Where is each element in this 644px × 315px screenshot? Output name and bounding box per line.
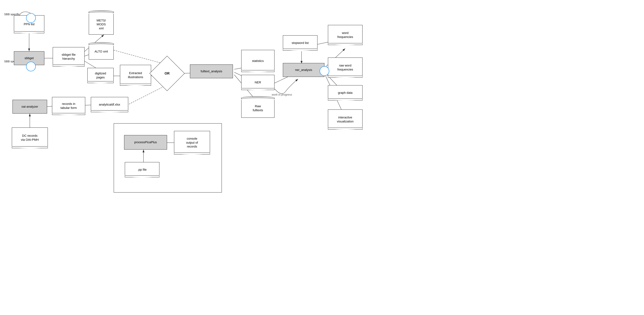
blue-circle-ppn bbox=[26, 13, 36, 23]
alto-xml-cylinder: ALTO xml bbox=[89, 41, 114, 59]
records-tabular-doc: records in tabular form bbox=[52, 97, 85, 115]
extracted-illustrations: Extracted illustrations bbox=[120, 65, 151, 86]
ner-doc: NER bbox=[241, 75, 274, 90]
console-output-doc: console output of records bbox=[174, 131, 210, 154]
fulltext-analysis-box: fulltext_analysis bbox=[190, 64, 233, 78]
raw-fulltexts-cylinder: Raw fulltexts bbox=[241, 96, 274, 118]
graph-data-doc: graph data bbox=[328, 85, 362, 100]
statistics-doc: statistics bbox=[241, 50, 274, 72]
diagram-container: SBB specific SBB specific PPN list sbbge… bbox=[0, 0, 644, 315]
mets-mods-cylinder: METS/ MODS xml bbox=[89, 10, 114, 35]
work-in-progress-label: work in progress bbox=[272, 93, 292, 96]
pp-file-doc: .pp file bbox=[125, 162, 160, 177]
blue-circle-ner bbox=[320, 66, 329, 76]
stopword-list-doc: stopword list bbox=[283, 35, 318, 50]
svg-line-21 bbox=[129, 85, 166, 104]
interactive-viz-doc: interactive visualization bbox=[328, 109, 362, 129]
oai-analyzer-box: oai-analyzer bbox=[12, 100, 47, 114]
process-pica-plus-box: processPicaPlus bbox=[124, 135, 167, 150]
dc-records-doc: DC records via OAI-PMH bbox=[12, 127, 48, 148]
blue-circle-sbbget bbox=[26, 62, 36, 71]
or-diamond: OR bbox=[154, 61, 180, 86]
digitized-pages: digitized pages bbox=[87, 68, 114, 83]
sbbget-hierarchy: sbbget file hierarchy bbox=[53, 47, 84, 66]
raw-word-frequencies-doc: raw word frequencies bbox=[328, 57, 362, 78]
ner-analysis-box: ner_analysis bbox=[283, 63, 324, 77]
analyticaldf-doc: analyticaldf.xlsx bbox=[91, 97, 128, 112]
word-frequencies-doc: word frequencies bbox=[328, 25, 362, 45]
